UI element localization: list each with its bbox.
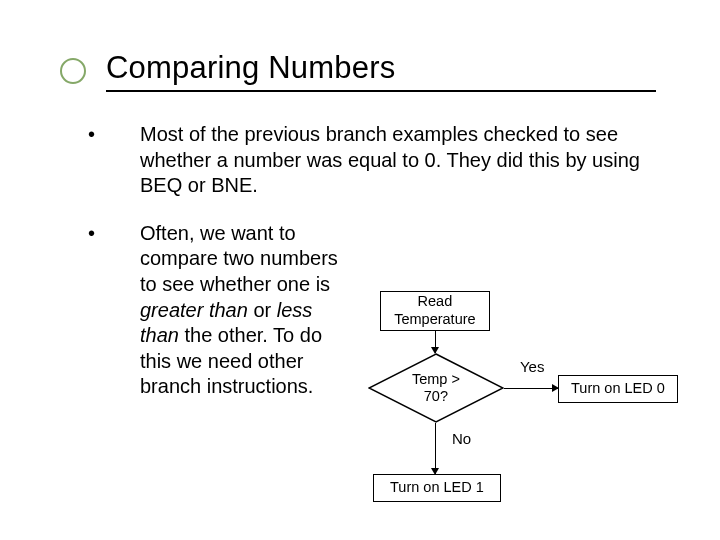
process-read-line1: Read (418, 293, 453, 310)
title-underline: Comparing Numbers (106, 50, 656, 92)
slide-title: Comparing Numbers (106, 50, 656, 86)
decision-line2: 70? (424, 388, 448, 405)
label-no: No (452, 429, 471, 448)
slide-body: Most of the previous branch examples che… (88, 122, 648, 540)
decision-line1: Temp > (412, 371, 460, 388)
process-read-temperature: Read Temperature (380, 291, 490, 331)
text-greater-than: greater than (140, 299, 248, 321)
process-turn-on-led-0: Turn on LED 0 (558, 375, 678, 403)
text-fragment: Often, we want to compare two numbers to… (140, 222, 338, 295)
arrow-no-to-led1 (435, 423, 437, 474)
bullet-list: Most of the previous branch examples che… (88, 122, 648, 540)
bullet-item-1: Most of the previous branch examples che… (88, 122, 648, 199)
process-read-line2: Temperature (394, 311, 475, 328)
text-fragment: or (248, 299, 277, 321)
arrow-read-to-decision (435, 331, 437, 353)
decision-temp-gt-70: Temp > 70? (368, 353, 504, 423)
arrow-yes-to-led0 (504, 388, 558, 390)
bullet-item-2: Often, we want to compare two numbers to… (88, 221, 648, 540)
bullet-item-2-text: Often, we want to compare two numbers to… (140, 221, 348, 400)
flowchart: Read Temperature Temp > 70? (358, 281, 648, 540)
process-turn-on-led-1: Turn on LED 1 (373, 474, 501, 502)
label-yes: Yes (520, 357, 544, 376)
slide: Comparing Numbers Most of the previous b… (0, 0, 720, 540)
circle-bullet-icon (60, 58, 86, 84)
